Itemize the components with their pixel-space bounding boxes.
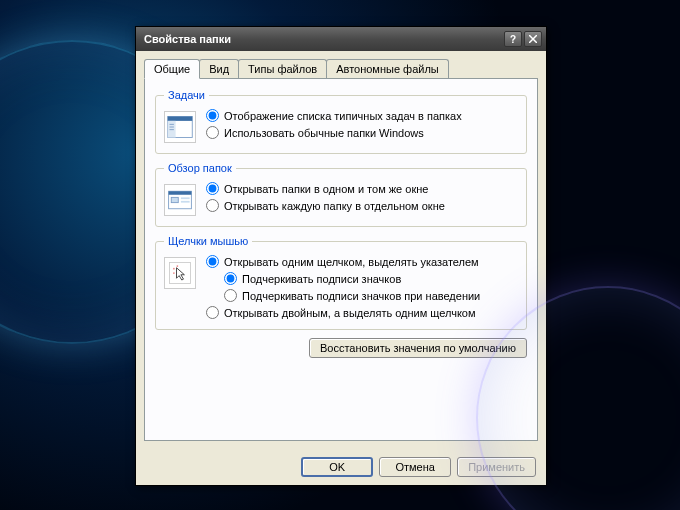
click-radio-underline-always-label: Подчеркивать подписи значков — [242, 273, 401, 285]
cancel-button[interactable]: Отмена — [379, 457, 451, 477]
window-title: Свойства папки — [144, 33, 502, 45]
browse-radio-new-window-label: Открывать каждую папку в отдельном окне — [224, 200, 445, 212]
tasks-radio-show-common-label: Отображение списка типичных задач в папк… — [224, 110, 462, 122]
svg-rect-10 — [181, 201, 190, 203]
click-radio-underline-hover[interactable]: Подчеркивать подписи значков при наведен… — [224, 289, 518, 302]
browse-radio-new-window-input[interactable] — [206, 199, 219, 212]
click-legend: Щелчки мышью — [164, 235, 252, 247]
close-icon — [529, 35, 537, 43]
titlebar[interactable]: Свойства папки ? — [136, 27, 546, 51]
browse-icon — [164, 184, 196, 216]
tasks-radio-classic[interactable]: Использовать обычные папки Windows — [206, 126, 518, 139]
tasks-radio-classic-label: Использовать обычные папки Windows — [224, 127, 424, 139]
click-group: Щелчки мышью Открывать одним щелчком, вы… — [155, 235, 527, 330]
svg-point-14 — [173, 272, 175, 274]
browse-radio-same-window[interactable]: Открывать папки в одном и том же окне — [206, 182, 518, 195]
browse-radio-same-window-input[interactable] — [206, 182, 219, 195]
tasks-radio-show-common-input[interactable] — [206, 109, 219, 122]
restore-defaults-button[interactable]: Восстановить значения по умолчанию — [309, 338, 527, 358]
click-radio-double-input[interactable] — [206, 306, 219, 319]
browse-legend: Обзор папок — [164, 162, 236, 174]
ok-button[interactable]: OK — [301, 457, 373, 477]
svg-rect-8 — [171, 197, 178, 202]
svg-point-12 — [177, 265, 179, 267]
click-radio-underline-always-input[interactable] — [224, 272, 237, 285]
click-radio-double[interactable]: Открывать двойным, а выделять одним щелч… — [206, 306, 518, 319]
dialog-footer: OK Отмена Применить — [136, 449, 546, 485]
click-radio-underline-hover-label: Подчеркивать подписи значков при наведен… — [242, 290, 480, 302]
click-icon — [164, 257, 196, 289]
tab-offline[interactable]: Автономные файлы — [326, 59, 449, 78]
tab-view[interactable]: Вид — [199, 59, 239, 78]
tasks-radio-classic-input[interactable] — [206, 126, 219, 139]
tasks-icon — [164, 111, 196, 143]
folder-options-dialog: Свойства папки ? Общие Вид Типы файлов А… — [135, 26, 547, 486]
tab-strip: Общие Вид Типы файлов Автономные файлы — [136, 51, 546, 78]
click-radio-underline-always[interactable]: Подчеркивать подписи значков — [224, 272, 518, 285]
click-radio-single-label: Открывать одним щелчком, выделять указат… — [224, 256, 479, 268]
tasks-legend: Задачи — [164, 89, 209, 101]
svg-rect-1 — [168, 117, 193, 121]
tab-filetypes[interactable]: Типы файлов — [238, 59, 327, 78]
tasks-group: Задачи Отображение списка типичных задач… — [155, 89, 527, 154]
svg-rect-9 — [181, 197, 190, 199]
browse-radio-new-window[interactable]: Открывать каждую папку в отдельном окне — [206, 199, 518, 212]
click-radio-single[interactable]: Открывать одним щелчком, выделять указат… — [206, 255, 518, 268]
browse-group: Обзор папок Открывать папки в одном и то… — [155, 162, 527, 227]
close-button[interactable] — [524, 31, 542, 47]
browse-radio-same-window-label: Открывать папки в одном и том же окне — [224, 183, 428, 195]
tasks-radio-show-common[interactable]: Отображение списка типичных задач в папк… — [206, 109, 518, 122]
svg-point-13 — [173, 268, 175, 270]
click-radio-underline-hover-input[interactable] — [224, 289, 237, 302]
click-radio-single-input[interactable] — [206, 255, 219, 268]
svg-rect-7 — [169, 191, 192, 195]
tab-panel-general: Задачи Отображение списка типичных задач… — [144, 78, 538, 441]
click-radio-double-label: Открывать двойным, а выделять одним щелч… — [224, 307, 476, 319]
tab-general[interactable]: Общие — [144, 59, 200, 79]
help-button[interactable]: ? — [504, 31, 522, 47]
apply-button[interactable]: Применить — [457, 457, 536, 477]
